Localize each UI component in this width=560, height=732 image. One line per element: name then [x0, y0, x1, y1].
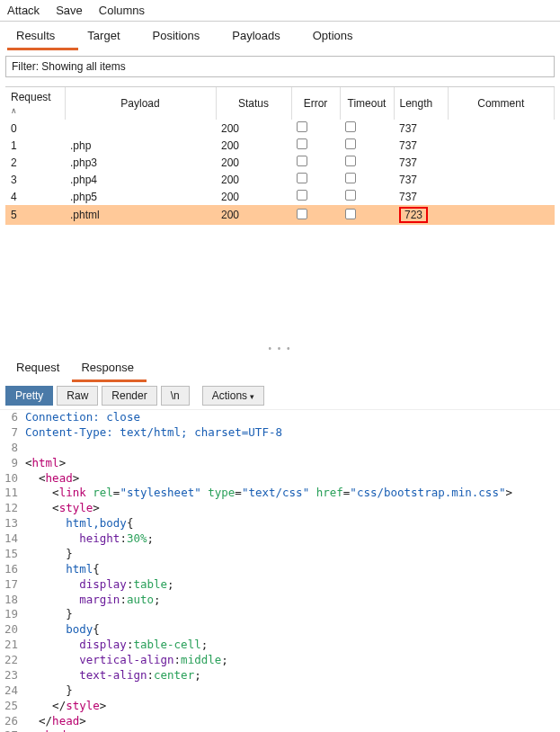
checkbox-icon	[297, 173, 307, 183]
line-number: 13	[0, 516, 25, 531]
cell-comment	[448, 154, 555, 171]
code-text: Connection: close	[25, 410, 140, 424]
cell-status: 200	[216, 137, 291, 154]
code-text: }	[25, 683, 560, 699]
code-text: }	[25, 607, 560, 622]
col-request[interactable]: Request	[5, 87, 65, 120]
tab-request[interactable]: Request	[7, 357, 72, 382]
cell-payload: .php5	[65, 188, 216, 205]
col-length[interactable]: Length	[394, 87, 448, 120]
view-mode-bar: Pretty Raw Render \n Actions	[0, 382, 560, 409]
cell-timeout	[340, 120, 394, 137]
cell-length: 737	[394, 154, 448, 171]
table-row[interactable]: 5 .phtml 200 723	[5, 205, 555, 225]
checkbox-icon	[345, 121, 356, 132]
line-number: 12	[0, 501, 25, 516]
code-text: <link rel="stylesheet" type="text/css" h…	[25, 486, 560, 501]
code-text: display:table;	[25, 577, 560, 593]
cell-comment	[448, 137, 555, 154]
table-row[interactable]: 2 .php3 200 737	[5, 154, 555, 171]
table-row[interactable]: 3 .php4 200 737	[5, 171, 555, 188]
line-number: 15	[0, 547, 25, 562]
cell-timeout	[340, 154, 394, 171]
checkbox-icon	[345, 138, 356, 149]
menu-attack[interactable]: Attack	[7, 4, 40, 17]
cell-request: 4	[5, 188, 65, 205]
tab-response[interactable]: Response	[72, 357, 147, 382]
cell-error	[291, 120, 340, 137]
code-text: }	[25, 547, 560, 562]
actions-dropdown[interactable]: Actions	[202, 386, 264, 406]
cell-comment	[448, 120, 555, 137]
results-table: Request Payload Status Error Timeout Len…	[5, 86, 555, 342]
checkbox-icon	[297, 156, 307, 166]
tab-options[interactable]: Options	[304, 25, 377, 50]
cell-request: 5	[5, 205, 65, 225]
cell-payload: .phtml	[65, 205, 216, 225]
col-timeout[interactable]: Timeout	[340, 87, 394, 120]
checkbox-icon	[345, 190, 356, 201]
splitter-handle[interactable]: • • •	[0, 342, 560, 355]
cell-status: 200	[216, 171, 291, 188]
main-tabs: Results Target Positions Payloads Option…	[0, 22, 560, 50]
cell-error	[291, 171, 340, 188]
col-status[interactable]: Status	[216, 87, 291, 120]
table-row[interactable]: 4 .php5 200 737	[5, 188, 555, 205]
cell-comment	[448, 171, 555, 188]
code-text: height:30%;	[25, 531, 560, 547]
code-text: </head>	[25, 714, 560, 729]
line-number: 19	[0, 607, 25, 622]
checkbox-icon	[297, 209, 307, 219]
line-number: 10	[0, 471, 25, 487]
tab-positions[interactable]: Positions	[144, 25, 224, 50]
col-comment[interactable]: Comment	[448, 87, 555, 120]
view-render-button[interactable]: Render	[102, 386, 156, 406]
cell-length: 737	[394, 188, 448, 205]
table-empty-area	[5, 225, 555, 342]
cell-payload: .php	[65, 137, 216, 154]
cell-status: 200	[216, 120, 291, 137]
line-number: 18	[0, 593, 25, 608]
cell-error	[291, 205, 340, 225]
table-row[interactable]: 0 200 737	[5, 120, 555, 137]
line-number: 21	[0, 638, 25, 653]
tab-target[interactable]: Target	[78, 25, 143, 50]
cell-comment	[448, 205, 555, 225]
table-header-row: Request Payload Status Error Timeout Len…	[5, 87, 555, 120]
response-body[interactable]: 6Connection: close 7Content-Type: text/h…	[0, 409, 560, 732]
menu-save[interactable]: Save	[56, 4, 83, 17]
checkbox-icon	[345, 156, 356, 166]
filter-bar[interactable]: Filter: Showing all items	[5, 56, 555, 77]
cell-request: 1	[5, 137, 65, 154]
code-text: <style>	[25, 501, 560, 516]
menu-columns[interactable]: Columns	[99, 4, 145, 17]
cell-length: 723	[394, 205, 448, 225]
code-text: html{	[25, 562, 560, 577]
checkbox-icon	[297, 190, 307, 201]
view-nl-button[interactable]: \n	[161, 386, 190, 406]
col-payload[interactable]: Payload	[65, 87, 216, 120]
view-pretty-button[interactable]: Pretty	[5, 386, 53, 406]
line-number: 25	[0, 699, 25, 714]
cell-request: 0	[5, 120, 65, 137]
code-text: <head>	[25, 471, 560, 487]
tab-payloads[interactable]: Payloads	[223, 25, 303, 50]
cell-timeout	[340, 188, 394, 205]
line-number: 27	[0, 728, 25, 732]
line-number: 22	[0, 653, 25, 668]
checkbox-icon	[297, 121, 307, 132]
cell-error	[291, 154, 340, 171]
cell-payload	[65, 120, 216, 137]
cell-length: 737	[394, 171, 448, 188]
line-number: 6	[0, 410, 25, 425]
tab-results[interactable]: Results	[7, 25, 78, 50]
code-text	[25, 441, 560, 456]
code-text: vertical-align:middle;	[25, 653, 560, 668]
view-raw-button[interactable]: Raw	[57, 386, 98, 406]
col-error[interactable]: Error	[291, 87, 340, 120]
checkbox-icon	[297, 138, 307, 149]
line-number: 7	[0, 425, 25, 441]
table-row[interactable]: 1 .php 200 737	[5, 137, 555, 154]
code-text: <html>	[25, 456, 560, 471]
line-number: 9	[0, 456, 25, 471]
